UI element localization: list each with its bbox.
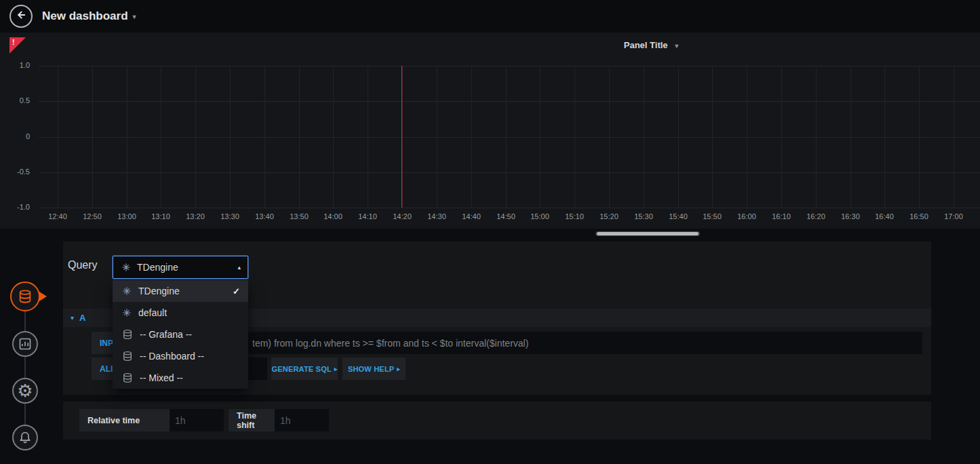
tdengine-icon xyxy=(122,286,132,296)
datasource-option[interactable]: -- Dashboard -- xyxy=(113,345,248,367)
x-axis-tick-label: 15:50 xyxy=(695,212,729,220)
generate-sql-button[interactable]: GENERATE SQL ▸ xyxy=(271,357,338,380)
grid-line-vertical xyxy=(264,66,265,208)
grid-line-vertical xyxy=(506,66,507,208)
top-navbar: New dashboard ▾ xyxy=(0,0,980,33)
datasource-option-label: -- Grafana -- xyxy=(140,329,240,340)
grid-line-horizontal xyxy=(39,101,980,102)
plot-area: 1.00.50-0.5-1.012:4012:5013:0013:1013:20… xyxy=(0,66,980,208)
x-axis-tick-label: 14:20 xyxy=(385,212,419,220)
back-button[interactable] xyxy=(9,5,33,28)
grid-line-vertical xyxy=(609,66,610,208)
sql-input-field[interactable]: tem) from log.dn where ts >= $from and t… xyxy=(167,332,922,354)
tab-visualization[interactable] xyxy=(12,331,38,357)
datasource-option[interactable]: -- Mixed -- xyxy=(113,367,248,389)
datasource-option-label: -- Dashboard -- xyxy=(140,351,240,362)
time-shift-input[interactable] xyxy=(275,409,329,431)
grid-line-vertical xyxy=(402,66,403,208)
query-ref-id: A xyxy=(79,313,85,323)
bell-icon xyxy=(18,431,32,444)
grid-line-vertical xyxy=(195,66,196,208)
x-axis-tick-label: 12:40 xyxy=(41,212,75,220)
x-axis-tick-label: 13:10 xyxy=(144,212,178,220)
grid-line-vertical xyxy=(92,66,93,208)
grid-line-horizontal xyxy=(39,172,980,173)
grid-line-vertical xyxy=(127,66,128,208)
x-axis-tick-label: 13:00 xyxy=(110,212,144,220)
datasource-option-label: default xyxy=(138,307,240,318)
time-shift-label: Time shift xyxy=(229,409,275,431)
warning-icon: ! xyxy=(12,38,15,46)
panel-title[interactable]: Panel Title ▾ xyxy=(624,40,678,50)
relative-time-input[interactable] xyxy=(170,409,224,431)
y-axis-tick-label: -1.0 xyxy=(5,203,30,211)
chevron-down-icon: ▾ xyxy=(675,42,678,50)
grid-line-vertical xyxy=(919,66,920,208)
caret-right-icon: ▸ xyxy=(397,366,400,372)
database-icon xyxy=(122,329,133,340)
x-axis-tick-label: 12:50 xyxy=(75,212,109,220)
datasource-option[interactable]: -- Grafana -- xyxy=(113,324,248,345)
grid-line-vertical xyxy=(781,66,782,208)
tab-general[interactable]: ⚙ xyxy=(12,378,38,404)
collapse-caret-icon: ▾ xyxy=(71,314,74,322)
horizontal-scrollbar-track[interactable] xyxy=(595,231,700,236)
grid-line-vertical xyxy=(954,66,954,208)
grid-line-vertical xyxy=(678,66,679,208)
grid-line-vertical xyxy=(471,66,472,208)
tdengine-icon xyxy=(122,308,132,317)
x-axis-tick-label: 13:20 xyxy=(178,212,212,220)
query-section-title: Query xyxy=(68,259,98,271)
x-axis-tick-label: 16:40 xyxy=(867,212,901,220)
tab-queries[interactable] xyxy=(10,282,40,311)
tdengine-icon xyxy=(121,263,131,272)
show-help-button[interactable]: SHOW HELP ▸ xyxy=(342,357,406,380)
x-axis-tick-label: 16:10 xyxy=(764,212,798,220)
arrow-left-icon xyxy=(15,9,27,24)
y-axis-tick-label: -0.5 xyxy=(5,168,30,176)
x-axis-tick-label: 14:10 xyxy=(351,212,385,220)
grid-line-horizontal xyxy=(39,66,980,66)
annotation-line xyxy=(401,66,402,208)
database-icon xyxy=(122,372,133,383)
grid-line-vertical xyxy=(884,66,885,208)
x-axis-tick-label: 13:50 xyxy=(282,212,316,220)
x-axis-tick-label: 16:50 xyxy=(902,212,936,220)
x-axis-tick-label: 16:20 xyxy=(799,212,833,220)
tab-alert[interactable] xyxy=(12,425,38,450)
active-tab-pointer-icon xyxy=(39,292,47,301)
datasource-option[interactable]: TDengine✓ xyxy=(113,280,248,302)
chevron-down-icon: ▾ xyxy=(133,13,136,20)
datasource-option-label: -- Mixed -- xyxy=(140,372,240,383)
datasource-option-label: TDengine xyxy=(138,286,233,296)
grid-line-horizontal xyxy=(39,208,980,208)
horizontal-scrollbar-thumb[interactable] xyxy=(597,232,699,235)
gear-icon: ⚙ xyxy=(17,382,33,400)
dashboard-title[interactable]: New dashboard ▾ xyxy=(42,0,136,33)
datasource-picker[interactable]: TDengine ▴ xyxy=(113,256,248,279)
x-axis-tick-label: 13:40 xyxy=(248,212,281,220)
x-axis-tick-label: 14:30 xyxy=(420,212,454,220)
chart-icon xyxy=(18,337,32,351)
grid-line-vertical xyxy=(230,66,231,208)
grid-line-vertical xyxy=(574,66,575,208)
grid-line-vertical xyxy=(540,66,541,208)
datasource-option[interactable]: default xyxy=(113,302,248,324)
x-axis-tick-label: 13:30 xyxy=(213,212,247,220)
grafana-dashboard-editor: New dashboard ▾ ! Panel Title ▾ 1.00.50-… xyxy=(0,0,980,464)
caret-right-icon: ▸ xyxy=(334,366,338,372)
chevron-up-icon: ▴ xyxy=(237,264,241,271)
y-axis-tick-label: 0.5 xyxy=(5,96,30,104)
x-axis-tick-label: 16:30 xyxy=(834,212,867,220)
x-axis-tick-label: 15:00 xyxy=(523,212,557,220)
x-axis-tick-label: 15:30 xyxy=(627,212,661,220)
grid-line-vertical xyxy=(368,66,368,208)
grid-line-vertical xyxy=(850,66,851,208)
grid-line-vertical xyxy=(644,66,644,208)
x-axis-tick-label: 16:00 xyxy=(730,212,764,220)
y-axis-tick-label: 1.0 xyxy=(5,61,30,69)
x-axis-tick-label: 15:20 xyxy=(592,212,626,220)
x-axis-tick-label: 14:40 xyxy=(454,212,488,220)
grid-line-vertical xyxy=(161,66,161,208)
grid-line-vertical xyxy=(299,66,300,208)
